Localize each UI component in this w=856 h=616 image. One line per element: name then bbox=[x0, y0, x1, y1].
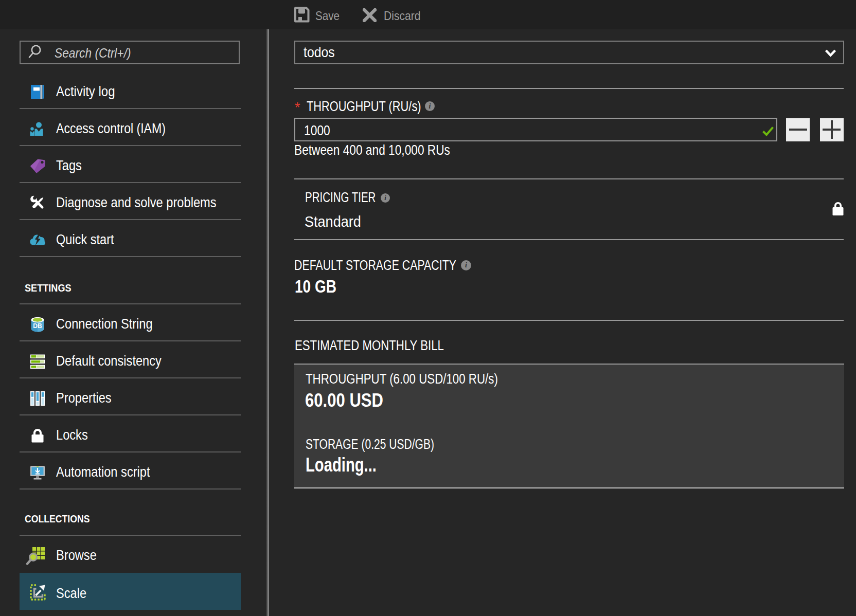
svg-text:DB: DB bbox=[33, 322, 42, 329]
